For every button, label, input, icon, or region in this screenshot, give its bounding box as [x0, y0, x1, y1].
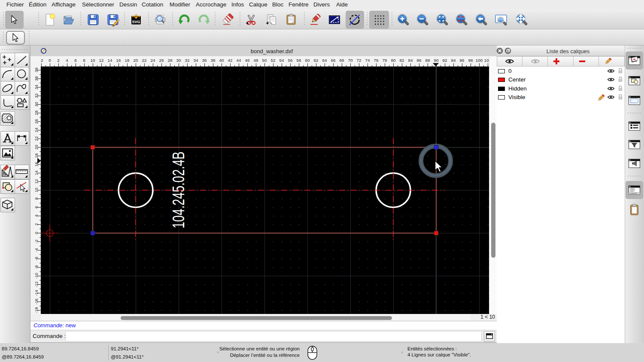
svg-text:18: 18 — [34, 153, 39, 158]
svg-text:26: 26 — [34, 119, 39, 124]
svg-text:60: 60 — [305, 58, 310, 63]
svg-text:32: 32 — [185, 58, 190, 63]
svg-text:92: 92 — [443, 58, 447, 63]
svg-text:22: 22 — [142, 58, 147, 63]
svg-text:72: 72 — [357, 58, 361, 63]
svg-text:4: 4 — [34, 214, 39, 217]
svg-text:-18: -18 — [34, 307, 39, 313]
svg-text:66: 66 — [331, 58, 336, 63]
svg-text:24: 24 — [151, 58, 155, 63]
svg-text:94: 94 — [451, 58, 456, 63]
svg-text:84: 84 — [408, 58, 413, 63]
svg-text:34: 34 — [34, 84, 39, 89]
svg-text:-8: -8 — [34, 265, 39, 269]
svg-text:58: 58 — [297, 58, 301, 63]
svg-text:28: 28 — [168, 58, 173, 63]
svg-text:16: 16 — [116, 58, 121, 63]
svg-text:64: 64 — [322, 58, 327, 63]
svg-text:10: 10 — [34, 187, 39, 192]
svg-text:26: 26 — [159, 58, 164, 63]
svg-text:-2: -2 — [41, 58, 43, 63]
svg-text:34: 34 — [194, 58, 198, 63]
svg-text:78: 78 — [383, 58, 387, 63]
svg-text:82: 82 — [400, 58, 404, 63]
svg-text:48: 48 — [254, 58, 258, 63]
svg-text:10: 10 — [91, 58, 95, 63]
svg-text:20: 20 — [134, 58, 138, 63]
svg-text:36: 36 — [202, 58, 207, 63]
svg-text:24: 24 — [34, 127, 39, 132]
svg-text:14: 14 — [34, 170, 39, 175]
svg-text:74: 74 — [365, 58, 370, 63]
svg-text:-4: -4 — [34, 248, 39, 252]
svg-text:62: 62 — [314, 58, 319, 63]
svg-text:96: 96 — [460, 58, 465, 63]
svg-text:38: 38 — [34, 67, 39, 72]
svg-text:-6: -6 — [34, 256, 39, 260]
svg-text:38: 38 — [211, 58, 216, 63]
svg-text:28: 28 — [34, 110, 39, 115]
svg-text:14: 14 — [108, 58, 112, 63]
svg-text:12: 12 — [99, 58, 104, 63]
svg-text:2: 2 — [57, 58, 59, 63]
svg-text:30: 30 — [176, 58, 181, 63]
svg-text:50: 50 — [262, 58, 267, 63]
svg-text:36: 36 — [34, 76, 39, 81]
svg-text:command: command — [630, 193, 637, 194]
svg-text:56: 56 — [288, 58, 293, 63]
svg-text:0: 0 — [34, 232, 39, 234]
svg-text:88: 88 — [425, 58, 430, 63]
svg-text:44: 44 — [237, 58, 241, 63]
svg-text:52: 52 — [271, 58, 276, 63]
svg-text:54: 54 — [279, 58, 284, 63]
svg-text:4: 4 — [66, 58, 68, 63]
svg-text:30: 30 — [34, 102, 39, 106]
svg-text:18: 18 — [125, 58, 130, 63]
svg-text:-10: -10 — [34, 272, 39, 279]
svg-text:8: 8 — [83, 58, 85, 63]
svg-text:20: 20 — [34, 145, 39, 149]
svg-text:42: 42 — [228, 58, 233, 63]
svg-text:70: 70 — [348, 58, 353, 63]
svg-text:68: 68 — [340, 58, 344, 63]
svg-text:8: 8 — [34, 197, 39, 200]
svg-text:98: 98 — [468, 58, 473, 63]
svg-text:6: 6 — [34, 206, 39, 208]
svg-text:76: 76 — [374, 58, 379, 63]
svg-text:46: 46 — [245, 58, 250, 63]
svg-text:0: 0 — [49, 58, 51, 63]
svg-text:80: 80 — [391, 58, 396, 63]
svg-text:SVG: SVG — [132, 20, 140, 24]
svg-text:6: 6 — [74, 58, 77, 63]
svg-text:40: 40 — [219, 58, 224, 63]
svg-text:-16: -16 — [34, 298, 39, 305]
svg-text:90: 90 — [434, 58, 439, 63]
svg-text:-14: -14 — [34, 290, 39, 296]
svg-text:86: 86 — [417, 58, 422, 63]
svg-text:100: 100 — [476, 58, 483, 63]
